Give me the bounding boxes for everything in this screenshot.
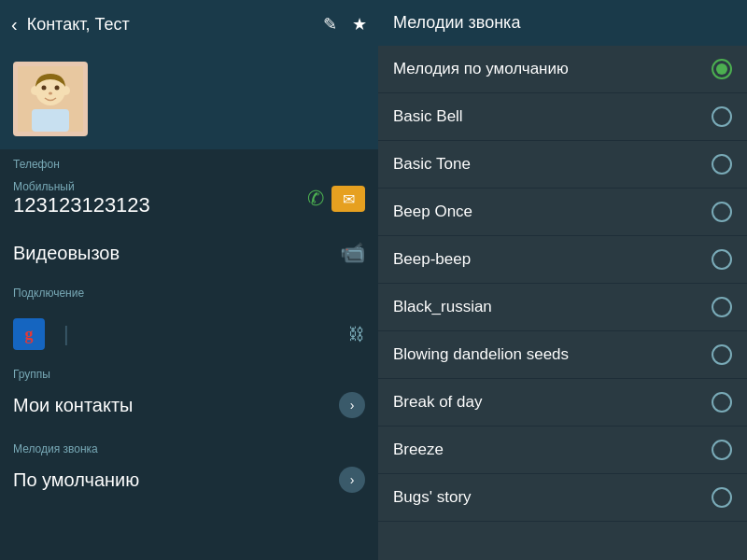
phone-row: Мобильный 123123123123 ✆ ✉ [0, 175, 378, 227]
connection-row: g | ⛓ [13, 311, 365, 358]
radio-button[interactable] [712, 249, 732, 270]
radio-button[interactable] [712, 202, 732, 222]
video-call-icon[interactable]: 📹 [340, 241, 365, 265]
radio-inner [716, 63, 727, 75]
ringtone-section-label: Мелодия звонка [0, 437, 378, 457]
ringtone-item-label: Beep Once [393, 203, 472, 221]
ringtone-item-label: Breeze [393, 441, 444, 459]
radio-button[interactable] [712, 487, 732, 508]
ringtone-list-item[interactable]: Мелодия по умолчанию [378, 46, 747, 93]
ringtone-list-item[interactable]: Breeze [378, 427, 747, 474]
link-icon: ⛓ [348, 325, 365, 344]
svg-point-4 [42, 86, 47, 91]
ringtone-list-item[interactable]: Basic Bell [378, 93, 747, 141]
radio-button[interactable] [712, 344, 732, 365]
groups-section: Группы Мои контакты › [0, 358, 378, 432]
ringtone-item-label: Мелодия по умолчанию [393, 60, 569, 78]
message-button[interactable]: ✉ [331, 186, 365, 212]
ringtone-item-label: Beep-beep [393, 250, 471, 269]
groups-label: Группы [0, 362, 378, 383]
connection-section-label: Подключение [0, 279, 378, 303]
svg-point-6 [49, 92, 52, 95]
header-actions: ✎ ★ [323, 14, 367, 35]
left-panel: ‹ Контакт, Тест ✎ ★ [0, 0, 378, 560]
edit-icon[interactable]: ✎ [323, 14, 337, 35]
avatar [13, 62, 88, 136]
ringtone-value: По умолчанию [13, 469, 139, 491]
ringtone-row[interactable]: По умолчанию › [0, 457, 378, 502]
ringtone-item-label: Basic Bell [393, 107, 463, 126]
star-icon[interactable]: ★ [352, 14, 367, 35]
ringtone-list-item[interactable]: Basic Tone [378, 141, 747, 189]
groups-row[interactable]: Мои контакты › [0, 383, 378, 427]
groups-value: Мои контакты [13, 395, 133, 416]
ringtone-picker-header: Мелодии звонка [378, 0, 747, 46]
video-call-label: Видеовызов [13, 243, 120, 264]
radio-button[interactable] [712, 59, 732, 79]
ringtone-item-label: Blowing dandelion seeds [393, 345, 569, 364]
ringtone-section: Мелодия звонка По умолчанию › [0, 433, 378, 506]
radio-button[interactable] [712, 440, 732, 460]
radio-button[interactable] [712, 392, 732, 413]
svg-point-2 [31, 86, 40, 95]
svg-point-3 [61, 86, 70, 95]
groups-chevron-icon[interactable]: › [339, 392, 365, 418]
ringtone-chevron-icon[interactable]: › [339, 467, 365, 493]
ringtone-list-item[interactable]: Bugs' story [378, 474, 747, 522]
ringtone-list-item[interactable]: Beep Once [378, 189, 747, 236]
phone-number[interactable]: 123123123123 [13, 193, 150, 217]
radio-button[interactable] [712, 106, 732, 127]
right-panel: Мелодии звонка Мелодия по умолчаниюBasic… [378, 0, 747, 560]
contact-name: Контакт, Тест [27, 15, 314, 35]
radio-button[interactable] [712, 154, 732, 175]
phone-actions: ✆ ✉ [307, 186, 365, 212]
ringtone-item-label: Black_russian [393, 298, 492, 316]
ringtone-list-item[interactable]: Black_russian [378, 284, 747, 331]
video-call-row[interactable]: Видеовызов 📹 [0, 228, 378, 279]
ringtone-item-label: Break of day [393, 393, 482, 412]
back-button[interactable]: ‹ [11, 14, 18, 35]
phone-type: Мобильный [13, 180, 150, 193]
ringtone-list-item[interactable]: Break of day [378, 379, 747, 427]
connection-section: g | ⛓ [0, 303, 378, 358]
ringtone-item-label: Bugs' story [393, 488, 472, 507]
ringtone-list-item[interactable]: Beep-beep [378, 236, 747, 284]
svg-rect-7 [32, 109, 69, 132]
ringtone-list: Мелодия по умолчаниюBasic BellBasic Tone… [378, 46, 747, 560]
contact-header: ‹ Контакт, Тест ✎ ★ [0, 0, 378, 49]
ringtone-item-label: Basic Tone [393, 155, 471, 174]
ringtone-picker-title: Мелодии звонка [393, 13, 520, 33]
google-icon: g [13, 318, 45, 350]
phone-section-label: Телефон [0, 150, 378, 175]
contact-avatar-section [0, 49, 378, 150]
ringtone-list-item[interactable]: Blowing dandelion seeds [378, 331, 747, 379]
call-icon[interactable]: ✆ [307, 187, 324, 211]
svg-point-5 [55, 86, 60, 91]
radio-button[interactable] [712, 297, 732, 317]
